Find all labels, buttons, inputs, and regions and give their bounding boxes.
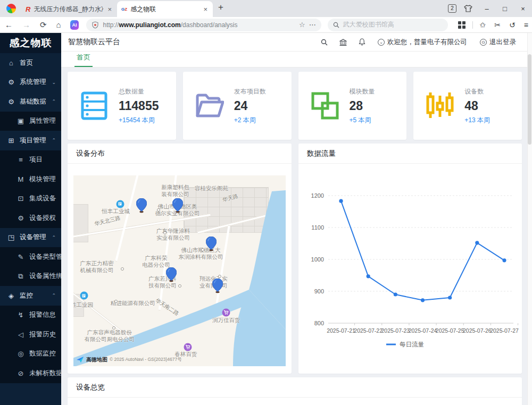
welcome-user[interactable]: ⌄ 欢迎您，普量电子有限公司 <box>371 38 473 47</box>
sidebar-item-alarm-info[interactable]: ↯报警信息 <box>0 306 61 325</box>
map-device-marker[interactable] <box>136 198 147 215</box>
map-poi-dot <box>201 248 204 251</box>
sidebar-item-attribute-mgmt[interactable]: ▣属性管理 <box>0 112 61 131</box>
sidebar-item-integrated-device[interactable]: ⊡集成设备 <box>0 189 61 209</box>
reload-button[interactable]: ⟳ <box>35 20 52 30</box>
project-icon: ≡ <box>17 156 24 164</box>
window-minimize-button[interactable]: – <box>478 5 496 13</box>
window-maximize-button[interactable]: □ <box>496 5 514 13</box>
browser-tab-strip: R 无线压力传感器_静力水准仪_ × GZ 感之物联 × + 2 – □ × <box>0 0 532 17</box>
data-point[interactable] <box>339 199 343 203</box>
sidebar-item-module-mgmt[interactable]: M模块管理 <box>0 170 61 189</box>
sidebar-item-monitoring[interactable]: ◈监控⌃ <box>0 286 61 306</box>
url-text[interactable]: http://www.puliangiot.com/dashboard/anal… <box>103 21 295 29</box>
amap-logo-text[interactable]: 高德地图 <box>86 356 107 364</box>
favorites-icon[interactable]: ✩ <box>476 21 490 29</box>
sidebar-item-device-mgmt[interactable]: ◳设备管理⌃ <box>0 228 61 248</box>
bottom-card-title: 设备总览 <box>68 377 522 398</box>
map-device-marker[interactable] <box>212 279 223 296</box>
sidebar-item-label: 未解析数据 <box>29 369 63 378</box>
url-more-icon[interactable]: ⋯ <box>309 21 316 29</box>
stat-delta: +2 本周 <box>234 116 266 125</box>
bookmark-star-icon[interactable]: ☆ <box>299 21 305 29</box>
stat-value: 28 <box>350 99 375 113</box>
integrated-device-icon: ⊡ <box>17 195 24 203</box>
chevron-icon: ⌃ <box>52 235 56 240</box>
ai-assistant-button[interactable]: AI <box>70 20 79 30</box>
app-logo: 感之物联 <box>0 33 61 53</box>
logout-icon: G <box>480 39 487 46</box>
scrollbar-track[interactable] <box>527 33 532 405</box>
map[interactable]: 新康塑料包 装有限公司容桂安乐阁苑恒丰工业城华天北三路佛山市顺德区奥 德尔实业有… <box>73 175 286 366</box>
sidebar-item-base-data[interactable]: ⚙基础数据⌃ <box>0 92 61 112</box>
sidebar-item-home[interactable]: ⌂首页 <box>0 53 61 73</box>
sidebar-item-label: 基础数据 <box>20 97 46 106</box>
unparsed-data-icon: ⊘ <box>17 369 24 377</box>
stat-label: 发布项目数 <box>234 87 266 96</box>
tab2-close-icon[interactable]: × <box>202 5 209 13</box>
map-device-marker[interactable] <box>206 237 217 254</box>
line-chart[interactable]: 8009001000110012002025-07-212025-07-2220… <box>298 165 522 374</box>
insecure-shield-icon[interactable] <box>92 21 99 29</box>
sidebar-item-label: 项目 <box>29 155 43 164</box>
browser-navbar: ← → ⟳ ⌂ AI http://www.puliangiot.com/das… <box>0 17 532 33</box>
sidebar-item-device-auth[interactable]: ⚙设备授权 <box>0 208 61 228</box>
browser-logo-icon[interactable] <box>6 4 16 13</box>
sidebar-item-data-monitor[interactable]: ◎数据监控 <box>0 344 61 364</box>
sidebar-item-label: 模块管理 <box>29 175 56 184</box>
data-point[interactable] <box>448 296 452 299</box>
sidebar-item-label: 报警信息 <box>29 310 56 319</box>
data-point[interactable] <box>367 274 370 278</box>
map-cart-icon <box>184 343 192 351</box>
sidebar-item-project[interactable]: ≡项目 <box>0 150 61 170</box>
undo-icon[interactable]: ↺ <box>505 21 519 29</box>
scrollbar-thumb[interactable] <box>528 54 531 145</box>
x-axis-tick-label: 2025-07-24 <box>409 327 437 334</box>
data-point[interactable] <box>421 298 425 302</box>
x-axis-tick-label: 2025-07-27 <box>490 327 519 334</box>
notification-bell-icon[interactable] <box>353 38 371 46</box>
apps-grid-icon[interactable] <box>454 21 469 29</box>
map-poi-dot <box>114 300 118 303</box>
x-axis-tick-label: 2025-07-22 <box>354 327 383 334</box>
tab-home[interactable]: 首页 <box>74 53 93 67</box>
data-point[interactable] <box>475 241 479 244</box>
browser-tab-1[interactable]: R 无线压力传感器_静力水准仪_ × <box>21 1 117 17</box>
sidebar-item-project-mgmt[interactable]: ⊞项目管理⌃ <box>0 131 61 150</box>
address-bar[interactable]: http://www.puliangiot.com/dashboard/anal… <box>86 19 321 31</box>
window-close-button[interactable]: × <box>514 5 532 13</box>
new-tab-button[interactable]: + <box>218 2 223 13</box>
sidebar-item-alarm-history[interactable]: ◁报警历史 <box>0 325 61 344</box>
forward-button[interactable]: → <box>18 20 35 29</box>
sidebar-item-system-mgmt[interactable]: ⚙系统管理⌄ <box>0 73 61 92</box>
database-icon <box>79 91 109 121</box>
user-circle-icon: ⌄ <box>378 39 385 46</box>
x-axis-tick-label: 2025-07-23 <box>381 327 410 334</box>
sidebar-item-device-type-mgmt[interactable]: ✎设备类型管理 <box>0 247 61 267</box>
logout-button[interactable]: G 退出登录 <box>473 38 522 47</box>
theme-shirt-icon[interactable] <box>464 5 472 12</box>
map-device-marker[interactable] <box>166 267 177 284</box>
data-point[interactable] <box>502 258 506 262</box>
tab2-favicon: GZ <box>121 7 127 12</box>
header-search-icon[interactable] <box>315 39 334 46</box>
data-point[interactable] <box>394 292 397 296</box>
map-device-marker[interactable] <box>172 198 183 215</box>
legend-label[interactable]: 每日流量 <box>400 341 425 348</box>
tab1-favicon: R <box>26 5 30 13</box>
org-building-icon[interactable] <box>334 39 353 46</box>
device-mgmt-icon: ◳ <box>7 233 15 241</box>
scissors-icon[interactable]: ✂ <box>491 21 504 29</box>
sidebar-item-device-attr-bind[interactable]: ⧉设备属性绑定 <box>0 267 61 286</box>
device-distribution-card: 设备分布 新康塑料包 装有限公司容桂安乐阁苑恒丰工业 <box>68 144 292 374</box>
sidebar-item-label: 设备授权 <box>29 214 56 223</box>
sidebar-item-unparsed-data[interactable]: ⊘未解析数据 <box>0 364 61 383</box>
browser-menu-icon[interactable]: ≡ <box>520 21 532 29</box>
tab1-close-icon[interactable]: × <box>106 5 113 13</box>
system-mgmt-icon: ⚙ <box>7 78 15 86</box>
tab-count-badge[interactable]: 2 <box>448 4 456 13</box>
browser-tab-2[interactable]: GZ 感之物联 × <box>117 1 213 17</box>
back-button[interactable]: ← <box>0 20 18 29</box>
browser-search-box[interactable]: 武大爱校图书馆高 <box>328 19 448 31</box>
home-button[interactable]: ⌂ <box>52 20 66 29</box>
